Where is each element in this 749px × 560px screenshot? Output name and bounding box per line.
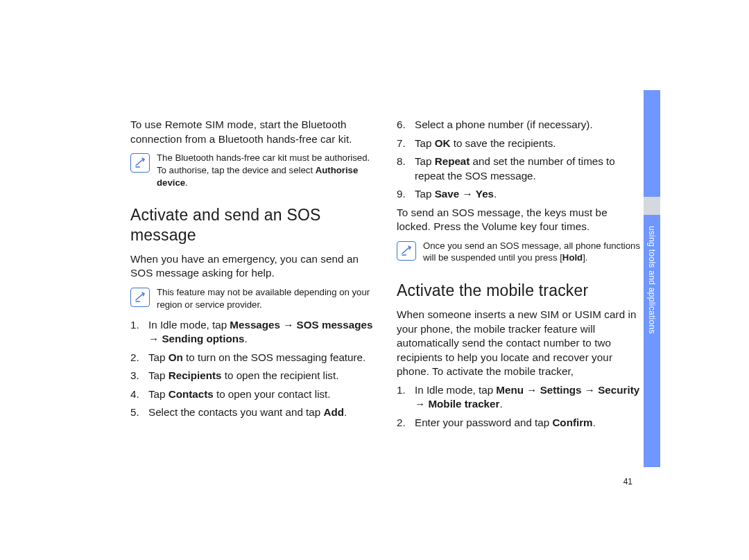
sos-steps-6-9: Select a phone number (if necessary). Ta… — [397, 118, 644, 202]
step-6: Select a phone number (if necessary). — [397, 118, 644, 132]
note-availability: This feature may not be available depend… — [130, 286, 377, 311]
step-1: In Idle mode, tap Messages → SOS message… — [130, 318, 377, 347]
sos-steps-1-5: In Idle mode, tap Messages → SOS message… — [130, 318, 377, 420]
sos-intro: When you have an emergency, you can send… — [130, 252, 377, 281]
note-text: This feature may not be available depend… — [157, 286, 377, 311]
step-4: Tap Contacts to open your contact list. — [130, 387, 377, 402]
note-text: The Bluetooth hands-free car kit must be… — [157, 152, 377, 189]
note-text: Once you send an SOS message, all phone … — [423, 240, 644, 265]
page-content: To use Remote SIM mode, start the Blueto… — [130, 118, 644, 434]
tracker-step-1: In Idle mode, tap Menu → Settings → Secu… — [397, 383, 644, 412]
note-hold: Once you send an SOS message, all phone … — [397, 240, 644, 265]
sos-after: To send an SOS message, the keys must be… — [397, 206, 644, 234]
side-tab-label: using tools and applications — [646, 226, 658, 378]
step-5: Select the contacts you want and tap Add… — [130, 405, 377, 420]
note-bluetooth-auth: The Bluetooth hands-free car kit must be… — [130, 152, 377, 189]
heading-sos: Activate and send an SOS message — [130, 205, 377, 245]
heading-mobile-tracker: Activate the mobile tracker — [397, 281, 644, 301]
intro-paragraph: To use Remote SIM mode, start the Blueto… — [130, 118, 377, 146]
tracker-step-2: Enter your password and tap Confirm. — [397, 416, 644, 430]
left-column: To use Remote SIM mode, start the Blueto… — [130, 118, 377, 434]
tracker-steps: In Idle mode, tap Menu → Settings → Secu… — [397, 383, 644, 430]
step-7: Tap OK to save the recipients. — [397, 137, 644, 151]
page-number: 41 — [623, 477, 632, 487]
step-8: Tap Repeat and set the number of times t… — [397, 155, 644, 183]
note-icon — [130, 288, 150, 307]
note-icon — [130, 153, 150, 173]
side-tab-gap — [644, 197, 660, 215]
note-icon — [397, 241, 416, 261]
step-9: Tap Save → Yes. — [397, 187, 644, 202]
step-2: Tap On to turn on the SOS messaging feat… — [130, 351, 377, 365]
right-column: Select a phone number (if necessary). Ta… — [397, 118, 644, 434]
step-3: Tap Recipients to open the recipient lis… — [130, 369, 377, 383]
tracker-intro: When someone inserts a new SIM or USIM c… — [397, 308, 644, 379]
